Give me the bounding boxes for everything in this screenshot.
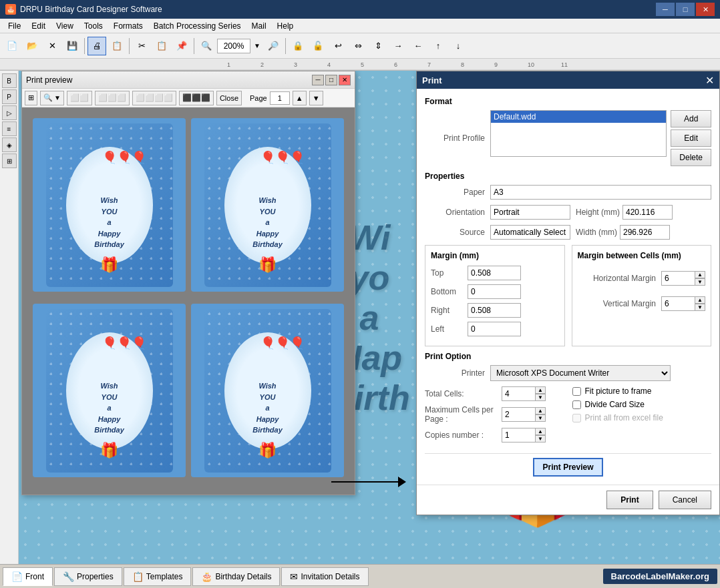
v-margin-up[interactable]: ▲: [695, 296, 705, 304]
close-doc-button[interactable]: ✕: [43, 37, 61, 55]
menu-edit[interactable]: Edit: [26, 20, 51, 32]
left-tool-3[interactable]: ▷: [2, 105, 17, 120]
print-preview-btn[interactable]: Print Preview: [533, 458, 602, 477]
menu-tools[interactable]: Tools: [79, 20, 108, 32]
zoom-in-button[interactable]: 🔍: [197, 37, 216, 55]
h-margin-down[interactable]: ▼: [695, 278, 705, 286]
copies-input[interactable]: [502, 428, 535, 443]
printer-select[interactable]: Microsoft XPS Document Writer: [490, 365, 671, 381]
left-tool-4[interactable]: ≡: [2, 121, 17, 136]
print-all-checkbox[interactable]: [572, 414, 581, 422]
tab-front[interactable]: 📄 Front: [3, 567, 53, 586]
undo-button[interactable]: ↩: [329, 37, 347, 55]
v-margin-down[interactable]: ▼: [695, 304, 705, 311]
pp-view-btn1[interactable]: ⬜⬜: [67, 91, 92, 105]
edit-profile-btn[interactable]: Edit: [671, 129, 711, 147]
pp-close[interactable]: ✕: [339, 75, 351, 85]
align-right-button[interactable]: ←: [409, 37, 427, 55]
menu-batch[interactable]: Batch Processing Series: [148, 20, 246, 32]
new-button[interactable]: 📄: [3, 37, 21, 55]
source-input[interactable]: [490, 225, 570, 240]
max-cells-input[interactable]: [502, 407, 535, 422]
flip-h-button[interactable]: ⇔: [349, 37, 367, 55]
pd-body: Format Print Profile Default.wdd Add: [417, 89, 719, 485]
lock-button[interactable]: 🔒: [289, 37, 307, 55]
left-tool-5[interactable]: ◈: [2, 137, 17, 152]
pp-maximize[interactable]: □: [325, 75, 337, 85]
minimize-button[interactable]: ─: [656, 3, 675, 16]
v-margin-input[interactable]: [661, 296, 695, 311]
zoom-out-button[interactable]: 🔎: [264, 37, 283, 55]
print-action-btn[interactable]: Print: [606, 491, 653, 509]
close-button[interactable]: ✕: [696, 3, 715, 16]
pp-zoom-btn[interactable]: 🔍 ▼: [40, 91, 64, 105]
align-down-button[interactable]: ↓: [449, 37, 468, 55]
h-margin-up[interactable]: ▲: [695, 271, 705, 278]
cut-button[interactable]: ✂: [132, 37, 151, 55]
align-left-button[interactable]: →: [389, 37, 407, 55]
left-tool-1[interactable]: B: [2, 73, 17, 88]
svg-rect-0: [0, 59, 720, 71]
print-profile-item[interactable]: Default.wdd: [491, 111, 666, 123]
copies-down[interactable]: ▼: [535, 435, 546, 443]
menu-view[interactable]: View: [51, 20, 79, 32]
pp-view-btn2[interactable]: ⬜⬜⬜: [95, 91, 130, 105]
total-cells-row: Total Cells: ▲ ▼: [425, 386, 564, 401]
tab-invitation[interactable]: ✉ Invitation Details: [281, 567, 368, 586]
total-cells-input[interactable]: [502, 386, 535, 401]
save-button[interactable]: 💾: [63, 37, 81, 55]
left-input[interactable]: [468, 322, 521, 336]
pp-minimize[interactable]: ─: [312, 75, 324, 85]
menu-file[interactable]: File: [3, 20, 26, 32]
pp-page-spinner-up[interactable]: ▲: [293, 91, 307, 105]
maximize-button[interactable]: □: [676, 3, 695, 16]
left-tool-2[interactable]: P: [2, 89, 17, 104]
pp-view-btn4[interactable]: ⬛⬛⬛: [179, 91, 214, 105]
menu-mail[interactable]: Mail: [246, 20, 272, 32]
paste-button[interactable]: 📌: [172, 37, 191, 55]
align-up-button[interactable]: ↑: [429, 37, 447, 55]
copies-up[interactable]: ▲: [535, 428, 546, 435]
card-cell-3: 🎈🎈🎈 WishYOUaHappyBirthday 🎁: [33, 304, 186, 477]
copy-button[interactable]: 📋: [152, 37, 171, 55]
left-tool-6[interactable]: ⊞: [2, 154, 17, 168]
print2-button[interactable]: 📋: [108, 37, 126, 55]
pp-page-input[interactable]: 1: [270, 91, 290, 105]
tab-properties[interactable]: 🔧 Properties: [54, 567, 122, 586]
fit-picture-checkbox[interactable]: [572, 387, 581, 396]
menu-help[interactable]: Help: [272, 20, 299, 32]
divide-card-checkbox[interactable]: [572, 400, 581, 409]
lock2-button[interactable]: 🔓: [309, 37, 327, 55]
max-cells-down[interactable]: ▼: [535, 414, 546, 422]
pp-page-spinner-down[interactable]: ▼: [309, 91, 323, 105]
delete-profile-btn[interactable]: Delete: [671, 149, 711, 166]
pp-fit-btn[interactable]: ⊞: [25, 91, 37, 105]
menu-formats[interactable]: Formats: [108, 20, 148, 32]
zoom-input[interactable]: 200%: [217, 39, 250, 53]
pd-close-icon[interactable]: ✕: [705, 74, 714, 87]
open-button[interactable]: 📂: [23, 37, 41, 55]
tab-templates[interactable]: 📋 Templates: [124, 567, 192, 586]
width-input[interactable]: [620, 225, 670, 240]
max-cells-up[interactable]: ▲: [535, 407, 546, 414]
zoom-dropdown[interactable]: ▼: [252, 37, 262, 55]
pp-close-btn[interactable]: Close: [216, 91, 242, 105]
tab-birthday[interactable]: 🎂 Birthday Details: [192, 567, 280, 586]
right-input[interactable]: [468, 303, 521, 318]
total-cells-down[interactable]: ▼: [535, 394, 546, 401]
orientation-input[interactable]: [490, 205, 570, 220]
paper-input[interactable]: [490, 185, 711, 200]
v-margin-label: Vertical Margin: [578, 299, 657, 308]
bottom-input[interactable]: [468, 284, 521, 299]
h-margin-input[interactable]: [661, 271, 695, 286]
bottom-row: Bottom: [431, 284, 559, 299]
cancel-btn[interactable]: Cancel: [659, 491, 711, 509]
flip-v-button[interactable]: ⇕: [369, 37, 387, 55]
pp-view-btn3[interactable]: ⬜⬜⬜⬜: [132, 91, 176, 105]
print-button[interactable]: 🖨: [87, 37, 106, 55]
print-checks-col: Fit picture to frame Divide Card Size Pr…: [572, 386, 712, 448]
height-input[interactable]: [622, 205, 673, 220]
top-input[interactable]: [468, 266, 521, 280]
add-profile-btn[interactable]: Add: [671, 110, 711, 127]
total-cells-up[interactable]: ▲: [535, 386, 546, 394]
